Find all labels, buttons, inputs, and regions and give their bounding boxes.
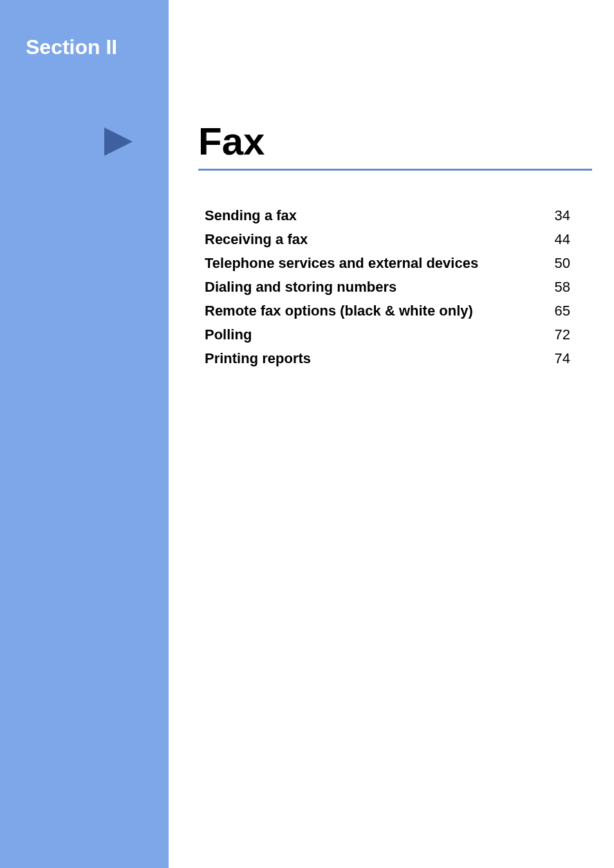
page-title: Fax [198,119,265,164]
toc-entry-title: Remote fax options (black & white only) [205,303,473,319]
toc-entry-page: 74 [555,350,570,367]
toc-entry-title: Receiving a fax [205,231,308,248]
toc-entry-title: Sending a fax [205,207,297,224]
toc-entry-page: 65 [555,303,570,319]
toc-row: Telephone services and external devices … [205,255,570,272]
toc-entry-page: 58 [555,279,570,296]
toc-row: Sending a fax 34 [205,207,570,224]
toc-entry-title: Dialing and storing numbers [205,279,396,296]
toc-row: Receiving a fax 44 [205,231,570,248]
toc-entry-title: Polling [205,326,252,343]
toc-entry-page: 34 [555,207,570,224]
section-label: Section II [26,35,117,59]
toc-entry-page: 50 [555,255,570,272]
toc-entry-title: Printing reports [205,350,311,367]
play-triangle-icon [100,124,136,162]
toc-row: Polling 72 [205,326,570,343]
toc-row: Dialing and storing numbers 58 [205,279,570,296]
title-underline [198,169,592,171]
toc-entry-title: Telephone services and external devices [205,255,478,272]
toc-row: Remote fax options (black & white only) … [205,303,570,319]
toc-row: Printing reports 74 [205,350,570,367]
toc-entry-page: 44 [555,231,570,248]
svg-marker-0 [104,127,133,156]
toc-entry-page: 72 [555,326,570,343]
table-of-contents: Sending a fax 34 Receiving a fax 44 Tele… [205,207,570,374]
sidebar [0,0,169,868]
